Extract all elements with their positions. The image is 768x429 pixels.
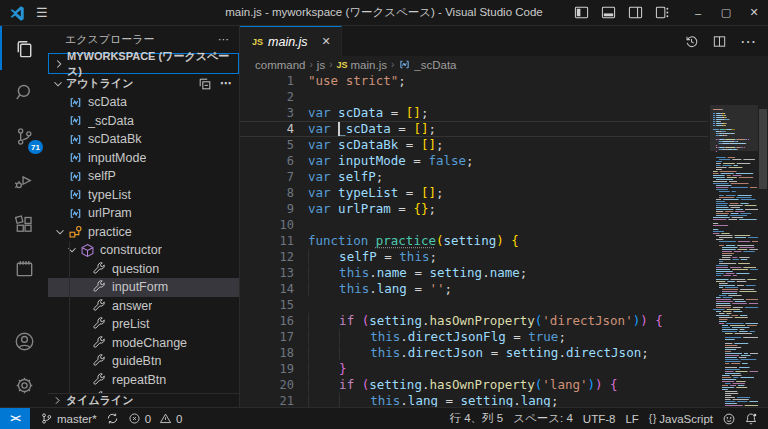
chevron-down-icon[interactable] [52, 225, 67, 239]
outline-item-inputmode[interactable]: inputMode [48, 149, 239, 168]
code-editor[interactable]: 1"use strict";23var scData = [];4var _sc… [240, 73, 768, 407]
toggle-secondary-sidebar-icon[interactable] [628, 5, 643, 20]
property-symbol-icon [91, 261, 107, 277]
timeline-section-header[interactable]: タイムライン [48, 393, 239, 407]
outline-item-scdata[interactable]: scData [48, 93, 239, 112]
code-line-4[interactable]: 4var _scData = []; [240, 121, 708, 137]
problems-status[interactable]: 0 0 [123, 408, 188, 429]
notifications-status[interactable] [740, 412, 762, 426]
outline-item-_scdata[interactable]: _scData [48, 112, 239, 131]
outline-item-answer[interactable]: answer [48, 297, 239, 316]
calendar-icon[interactable] [0, 246, 48, 290]
outline-item-repeatbtn[interactable]: repeatBtn [48, 371, 239, 390]
tab-close-icon[interactable]: ✕ [322, 35, 331, 48]
code-line-15[interactable]: 15 [240, 297, 708, 313]
code-line-3[interactable]: 3var scData = []; [240, 105, 708, 121]
language-mode[interactable]: { } JavaScript [644, 413, 718, 425]
remote-indicator[interactable]: >< [0, 408, 30, 429]
run-debug-icon[interactable] [0, 158, 48, 202]
indentation-status[interactable]: スペース: 4 [508, 411, 578, 426]
code-line-21[interactable]: 21 this.lang = setting.lang; [240, 393, 708, 407]
code-token: var [308, 185, 331, 200]
code-line-11[interactable]: 11function practice(setting) { [240, 233, 708, 249]
code-token: ; [466, 153, 474, 168]
settings-gear-icon[interactable] [0, 363, 48, 407]
outline-item-urlpram[interactable]: urlPram [48, 204, 239, 223]
code-token: directJsonFlg [408, 329, 506, 344]
minimize-button[interactable]: – [684, 0, 712, 25]
code-line-10[interactable]: 10 [240, 217, 708, 233]
search-icon[interactable] [0, 70, 48, 114]
collapse-all-icon[interactable] [198, 77, 212, 91]
code-text: var scData = []; [294, 105, 428, 121]
split-editor-icon[interactable] [712, 34, 727, 49]
git-branch-status[interactable]: master* [35, 408, 102, 429]
eol-status[interactable]: LF [620, 413, 643, 425]
editor-more-icon[interactable]: ⋯ [740, 32, 756, 51]
close-button[interactable]: ✕ [740, 0, 768, 25]
vertical-scrollbar[interactable] [759, 109, 767, 189]
workspace-section-header[interactable]: MYWORKSPACE (ワークスペース) [48, 53, 239, 74]
code-line-13[interactable]: 13 this.name = setting.name; [240, 265, 708, 281]
code-line-12[interactable]: 12 selfP = this; [240, 249, 708, 265]
code-token: ; [436, 185, 444, 200]
toggle-panel-icon[interactable] [601, 5, 616, 20]
breadcrumb-folder[interactable]: command [255, 59, 306, 71]
code-line-16[interactable]: 16 if (setting.hasOwnProperty('directJso… [240, 313, 708, 329]
code-line-18[interactable]: 18 this.directJson = setting.directJson; [240, 345, 708, 361]
editor-group: JS main.js ✕ ⋯ command › js › JS main.js [240, 26, 768, 407]
explorer-icon[interactable] [0, 26, 48, 70]
code-token: var [308, 169, 331, 184]
code-line-9[interactable]: 9var urlPram = {}; [240, 201, 708, 217]
code-line-20[interactable]: 20 if (setting.hasOwnProperty('lang')) { [240, 377, 708, 393]
code-line-1[interactable]: 1"use strict"; [240, 73, 708, 89]
feedback-status[interactable] [718, 412, 740, 426]
outline-more-icon[interactable]: ⋯ [220, 77, 231, 90]
breadcrumb-folder[interactable]: js [317, 59, 325, 71]
code-line-7[interactable]: 7var selfP; [240, 169, 708, 185]
code-line-17[interactable]: 17 this.directJsonFlg = true; [240, 329, 708, 345]
code-line-19[interactable]: 19 } [240, 361, 708, 377]
toggle-sidebar-icon[interactable] [574, 5, 589, 20]
outline-item-point[interactable]: point [48, 389, 239, 393]
breadcrumb-file[interactable]: JS main.js [337, 59, 387, 71]
outline-section-header[interactable]: アウトライン ⋯ [48, 74, 239, 93]
outline-item-modechange[interactable]: modeChange [48, 334, 239, 353]
explorer-more-icon[interactable]: ⋯ [218, 33, 229, 46]
source-control-icon[interactable]: 71 [0, 114, 48, 158]
outline-item-inputform[interactable]: inputForm [48, 278, 239, 297]
maximize-button[interactable]: ▢ [712, 0, 740, 25]
outline-item-constructor[interactable]: constructor [48, 241, 239, 260]
chevron-down-icon[interactable] [64, 243, 79, 257]
code-line-14[interactable]: 14 this.lang = ''; [240, 281, 708, 297]
code-line-2[interactable]: 2 [240, 89, 708, 105]
encoding-status[interactable]: UTF-8 [578, 413, 621, 425]
code-token: ; [428, 121, 436, 136]
outline-item-guidebtn[interactable]: guideBtn [48, 352, 239, 371]
code-line-5[interactable]: 5var scDataBk = []; [240, 137, 708, 153]
outline-item-typelist[interactable]: typeList [48, 186, 239, 205]
outline-item-question[interactable]: question [48, 260, 239, 279]
property-symbol-icon [91, 279, 107, 295]
breadcrumb-symbol[interactable]: _scData [398, 58, 456, 71]
code-line-8[interactable]: 8var typeList = []; [240, 185, 708, 201]
line-number: 13 [240, 265, 294, 281]
minimap-slider[interactable] [710, 105, 758, 151]
outline-item-scdatabk[interactable]: scDataBk [48, 130, 239, 149]
menu-icon[interactable]: ☰ [36, 5, 48, 20]
timeline-history-icon[interactable] [684, 34, 699, 49]
outline-item-prelist[interactable]: preList [48, 315, 239, 334]
code-token: lang [408, 393, 438, 407]
code-token: . [400, 345, 408, 360]
code-line-6[interactable]: 6var inputMode = false; [240, 153, 708, 169]
account-icon[interactable] [0, 319, 48, 363]
outline-item-selfp[interactable]: selfP [48, 167, 239, 186]
extensions-icon[interactable] [0, 202, 48, 246]
customize-layout-icon[interactable] [655, 5, 670, 20]
outline-item-practice[interactable]: practice [48, 223, 239, 242]
sidebar-title: エクスプローラー [65, 32, 155, 47]
cursor-position[interactable]: 行 4、列 5 [445, 411, 509, 426]
sync-status[interactable] [102, 408, 123, 429]
code-token: directJson [408, 345, 483, 360]
tab-main-js[interactable]: JS main.js ✕ [240, 26, 342, 56]
